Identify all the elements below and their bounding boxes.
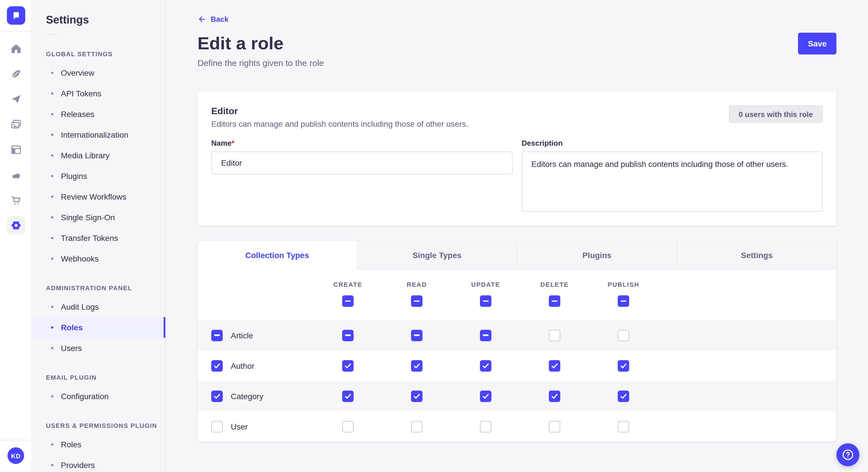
sidebar-item-global-settings-transfer-tokens[interactable]: Transfer Tokens [32,228,165,248]
checkbox-category-create[interactable] [342,390,353,402]
checkbox-select-all-publish[interactable] [618,295,629,307]
checkbox-user-publish[interactable] [618,421,629,432]
checkbox-article-delete[interactable] [549,330,560,341]
checkbox-select-all-create[interactable] [342,295,353,307]
checkbox-select-all-read[interactable] [411,295,423,307]
sidebar-items: OverviewAPI TokensReleasesInternationali… [32,63,165,269]
checkbox-row-article[interactable] [211,330,223,341]
sidebar-item-global-settings-webhooks[interactable]: Webhooks [32,248,165,269]
sidebar-item-global-settings-media-library[interactable]: Media Library [32,145,165,166]
bullet-icon [51,395,53,398]
sidebar-item-global-settings-internationalization[interactable]: Internationalization [32,125,165,145]
checkbox-article-update[interactable] [480,330,491,341]
checkbox-category-update[interactable] [480,390,491,402]
users-with-role-badge[interactable]: 0 users with this role [729,105,823,123]
description-textarea[interactable]: Editors can manage and publish contents … [522,151,823,212]
sidebar-item-label: Media Library [61,151,110,160]
sidebar-items: Audit LogsRolesUsers [32,297,165,359]
permission-cell [313,421,382,432]
rail-slot-home [0,36,32,61]
checkbox-select-all-update[interactable] [480,295,491,307]
bullet-icon [51,92,53,95]
sidebar-items: RolesProviders [32,434,165,472]
rail-slot-feather [0,61,32,87]
bullet-icon [51,154,53,157]
avatar[interactable]: KD [7,447,24,464]
sidebar-item-administration-panel-users[interactable]: Users [32,338,165,359]
cloud-icon[interactable] [10,169,22,181]
strapi-logo-icon[interactable] [7,6,25,25]
checkbox-row-category[interactable] [211,390,223,402]
tab-collection-types[interactable]: Collection Types [197,241,357,270]
checkbox-row-author[interactable] [211,360,223,371]
checkbox-article-read[interactable] [411,330,423,341]
gear-icon[interactable] [7,216,25,235]
sidebar-item-global-settings-plugins[interactable]: Plugins [32,166,165,187]
permission-row-user: User [197,411,836,442]
sidebar-item-users-permissions-plugin-providers[interactable]: Providers [32,455,165,472]
header-col-delete: DELETE [520,281,589,320]
checkbox-select-all-delete[interactable] [549,295,560,307]
checkbox-author-delete[interactable] [549,360,560,371]
description-field-label: Description [522,139,823,148]
role-card-heading: Editor Editors can manage and publish co… [211,105,468,130]
name-input[interactable] [211,151,513,174]
sidebar-item-global-settings-review-workflows[interactable]: Review Workflows [32,187,165,207]
name-label-text: Name [211,139,231,147]
checkbox-user-delete[interactable] [549,421,560,432]
sidebar-item-administration-panel-roles[interactable]: Roles [32,317,165,338]
permissions-card: Collection TypesSingle TypesPluginsSetti… [197,241,836,442]
checkbox-user-update[interactable] [480,421,491,432]
permission-cell [589,421,658,432]
sidebar-item-global-settings-releases[interactable]: Releases [32,104,165,125]
checkbox-article-create[interactable] [342,330,353,341]
tab-single-types[interactable]: Single Types [357,241,517,270]
sidebar-item-administration-panel-audit-logs[interactable]: Audit Logs [32,297,165,317]
back-link[interactable]: Back [197,15,228,24]
sidebar-item-users-permissions-plugin-roles[interactable]: Roles [32,434,165,455]
checkbox-user-read[interactable] [411,421,423,432]
help-button[interactable] [836,443,859,466]
tab-plugins[interactable]: Plugins [517,241,677,270]
role-card-top: Editor Editors can manage and publish co… [211,105,823,130]
sidebar-item-global-settings-api-tokens[interactable]: API Tokens [32,83,165,104]
header-name-spacer [197,281,313,320]
checkbox-row-user[interactable] [211,421,223,432]
sidebar-item-global-settings-single-sign-on[interactable]: Single Sign-On [32,207,165,228]
app-window: KD Settings GLOBAL SETTINGSOverviewAPI T… [0,0,868,472]
media-icon[interactable] [10,119,22,130]
header-col-update: UPDATE [451,281,520,320]
cart-icon[interactable] [10,194,22,206]
checkbox-author-update[interactable] [480,360,491,371]
sidebar-section-global-settings: GLOBAL SETTINGSOverviewAPI TokensRelease… [32,50,165,269]
checkbox-user-create[interactable] [342,421,353,432]
description-field-group: Description Editors can manage and publi… [522,139,823,214]
sidebar-item-label: API Tokens [61,89,101,98]
checkbox-author-read[interactable] [411,360,423,371]
tab-settings[interactable]: Settings [677,241,836,270]
sidebar-item-label: Internationalization [61,130,128,139]
checkbox-author-publish[interactable] [618,360,629,371]
sidebar-item-global-settings-overview[interactable]: Overview [32,63,165,83]
paper-plane-icon[interactable] [10,94,22,105]
layout-icon[interactable] [10,144,22,156]
header-col-create: CREATE [313,281,382,320]
checkbox-category-delete[interactable] [549,390,560,402]
bullet-icon [51,72,53,74]
home-icon[interactable] [10,43,22,55]
checkbox-category-read[interactable] [411,390,423,402]
bullet-icon [51,216,53,218]
save-button[interactable]: Save [798,33,836,55]
feather-icon[interactable] [10,68,22,80]
sidebar-sections: GLOBAL SETTINGSOverviewAPI TokensRelease… [32,50,165,472]
checkbox-category-publish[interactable] [618,390,629,402]
permission-cell [451,390,520,402]
back-row: Back [197,0,836,26]
checkbox-author-create[interactable] [342,360,353,371]
sidebar-item-email-plugin-configuration[interactable]: Configuration [32,386,165,407]
checkbox-article-publish[interactable] [618,330,629,341]
rail-slot-media [0,112,32,137]
sidebar-item-label: Plugins [61,171,87,181]
sidebar-item-label: Review Workflows [61,192,126,201]
column-label-create: CREATE [334,281,363,289]
